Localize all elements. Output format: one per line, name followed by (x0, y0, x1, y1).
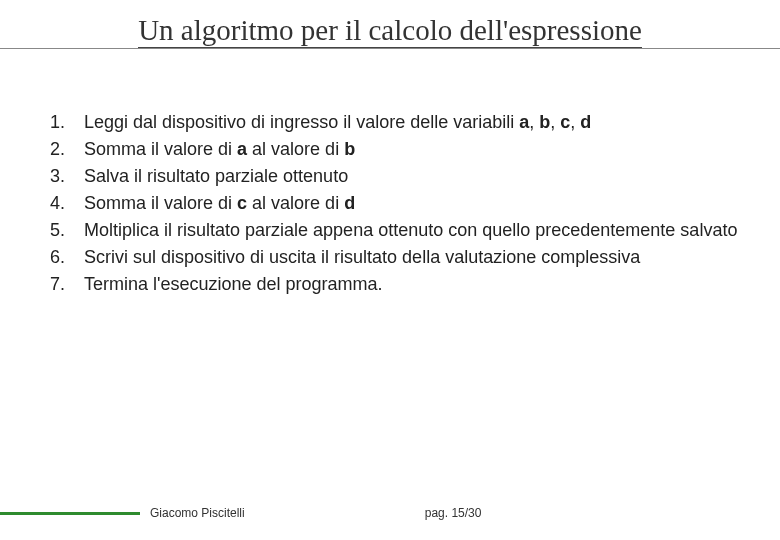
list-item: 5.Moltiplica il risultato parziale appen… (50, 217, 740, 244)
footer-accent-bar (0, 512, 140, 515)
footer-author: Giacomo Piscitelli (150, 506, 245, 520)
algorithm-list: 1.Leggi dal dispositivo di ingresso il v… (50, 109, 740, 298)
list-item-number: 3. (50, 163, 84, 190)
content-area: 1.Leggi dal dispositivo di ingresso il v… (0, 49, 780, 298)
footer: Giacomo Piscitelli pag. 15/30 (0, 506, 780, 520)
list-item-text: Termina l'esecuzione del programma. (84, 271, 740, 298)
footer-page-number: pag. 15/30 (425, 506, 482, 520)
list-item: 1.Leggi dal dispositivo di ingresso il v… (50, 109, 740, 136)
list-item-number: 7. (50, 271, 84, 298)
list-item-text: Somma il valore di c al valore di d (84, 190, 740, 217)
list-item-text: Leggi dal dispositivo di ingresso il val… (84, 109, 740, 136)
list-item: 2.Somma il valore di a al valore di b (50, 136, 740, 163)
list-item: 3.Salva il risultato parziale ottenuto (50, 163, 740, 190)
list-item-number: 1. (50, 109, 84, 136)
list-item-number: 4. (50, 190, 84, 217)
list-item-text: Scrivi sul dispositivo di uscita il risu… (84, 244, 740, 271)
slide-title: Un algoritmo per il calcolo dell'espress… (138, 14, 642, 48)
list-item-text: Somma il valore di a al valore di b (84, 136, 740, 163)
list-item: 7.Termina l'esecuzione del programma. (50, 271, 740, 298)
list-item: 4.Somma il valore di c al valore di d (50, 190, 740, 217)
list-item: 6.Scrivi sul dispositivo di uscita il ri… (50, 244, 740, 271)
list-item-text: Moltiplica il risultato parziale appena … (84, 217, 740, 244)
list-item-number: 5. (50, 217, 84, 244)
list-item-number: 6. (50, 244, 84, 271)
list-item-number: 2. (50, 136, 84, 163)
list-item-text: Salva il risultato parziale ottenuto (84, 163, 740, 190)
